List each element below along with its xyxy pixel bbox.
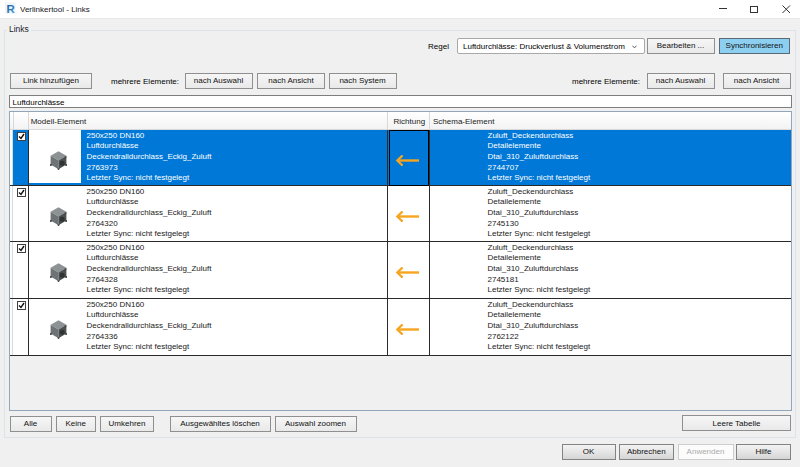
svg-text:R: R <box>7 3 16 14</box>
